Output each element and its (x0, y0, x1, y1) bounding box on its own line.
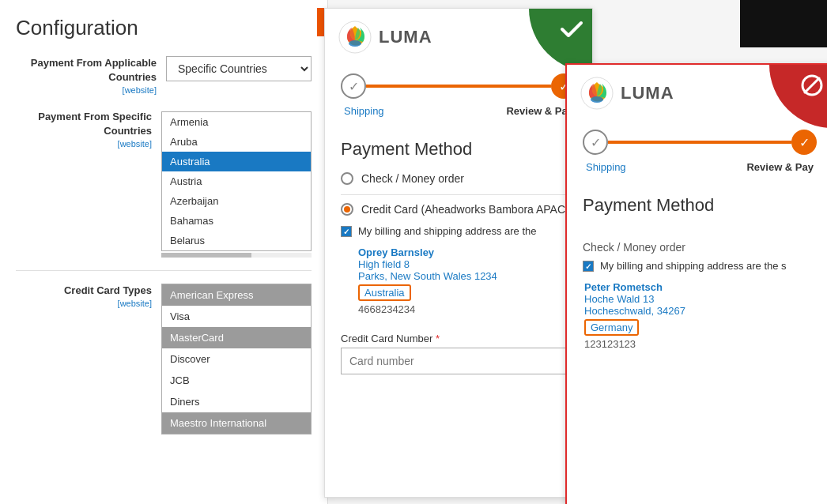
country-item-bahamas[interactable]: Bahamas (162, 211, 311, 231)
billing-checkbox-label-1: My billing and shipping address are the (358, 225, 536, 237)
payment-from-control: Specific Countries (166, 56, 312, 81)
cc-types-label: Credit Card Types [website] (16, 284, 161, 310)
country-item-australia[interactable]: Australia (162, 152, 311, 171)
credit-card-label-1: Credit Card (Aheadworks Bambora APAC) (361, 203, 569, 216)
payment-from-select[interactable]: Specific Countries (166, 56, 312, 81)
country-scrollbar-thumb (161, 253, 251, 258)
luma-logo-text-2: LUMA (621, 83, 674, 103)
payment-specific-label: Payment From Specific Countries [website… (16, 110, 161, 151)
address-name-1: Oprey Barnsley (358, 246, 576, 258)
progress-bar-2: ✓ ✓ Shipping Review & Pay (567, 122, 827, 186)
required-star-1: * (436, 333, 440, 344)
check-money-text-2: Check / Money order (567, 238, 827, 260)
svg-line-5 (805, 78, 819, 92)
luma-logo-1: LUMA (338, 20, 432, 55)
cc-types-control: American Express Visa MasterCard Discove… (161, 284, 312, 434)
payment-from-row: Payment From Applicable Countries [websi… (16, 56, 312, 97)
billing-checkbox-2[interactable] (583, 261, 594, 272)
payment-specific-control: Armenia Aruba Australia Austria Azerbaij… (161, 110, 312, 258)
payment-title-2: Payment Method (583, 195, 817, 216)
payment-section-2: Payment Method (567, 186, 827, 238)
billing-checkbox-1[interactable] (341, 226, 352, 237)
address-name-2: Peter Rometsch (584, 281, 827, 293)
luma-panel-1: LUMA ✓ ✓ Shipping Review & Pay Payment M… (324, 8, 593, 498)
cc-list[interactable]: American Express Visa MasterCard Discove… (161, 284, 312, 434)
check-money-option-1[interactable]: Check / Money order (341, 172, 576, 185)
address-line2-2: Hocheschwald, 34267 (584, 305, 827, 317)
payment-section-1: Payment Method Check / Money order Credi… (325, 130, 592, 333)
cc-item-jcb[interactable]: JCB (162, 370, 311, 391)
address-block-1: Oprey Barnsley High field 8 Parks, New S… (341, 246, 576, 315)
luma-badge-red (769, 65, 827, 128)
address-phone-2: 123123123 (584, 338, 827, 350)
cc-item-discover[interactable]: Discover (162, 348, 311, 370)
billing-checkbox-row-2: My billing and shipping address are the … (567, 260, 827, 272)
cc-item-visa[interactable]: Visa (162, 306, 311, 327)
progress-line-1 (366, 85, 551, 88)
green-check-icon (557, 15, 586, 43)
progress-label-shipping-2: Shipping (586, 161, 626, 173)
address-country-1: Australia (358, 284, 411, 301)
luma-header-1: LUMA (325, 9, 592, 66)
progress-track-1: ✓ ✓ (341, 73, 576, 99)
progress-labels-1: Shipping Review & Pay (341, 105, 576, 117)
luma-logo-icon-2 (580, 76, 614, 111)
progress-step-pay-2: ✓ (791, 130, 817, 155)
billing-checkbox-label-2: My billing and shipping address are the … (600, 260, 787, 272)
section-divider (16, 270, 312, 271)
cc-item-diners[interactable]: Diners (162, 391, 311, 412)
progress-label-pay-2: Review & Pay (746, 161, 814, 173)
progress-step-shipping-1: ✓ (341, 73, 366, 99)
address-country-2: Germany (584, 319, 639, 336)
black-bar (740, 0, 827, 47)
cc-input-section-1: Credit Card Number * (325, 333, 592, 387)
country-scrollbar[interactable] (161, 253, 312, 258)
address-line1-1: High field 8 (358, 258, 576, 270)
config-panel: Configuration Save Payment From Applicab… (0, 0, 328, 504)
country-item-austria[interactable]: Austria (162, 171, 311, 191)
svg-point-1 (349, 40, 361, 47)
svg-point-3 (591, 96, 603, 103)
payment-title-1: Payment Method (341, 139, 576, 160)
country-item-aruba[interactable]: Aruba (162, 132, 311, 152)
address-phone-1: 4668234234 (358, 303, 576, 315)
cc-number-label-1: Credit Card Number * (341, 333, 576, 344)
progress-line-2 (608, 141, 791, 144)
luma-panel-2: LUMA ✓ ✓ Shipping Review & Pay Payment M… (565, 63, 827, 504)
cc-number-input-1[interactable] (341, 348, 576, 374)
cc-item-amex[interactable]: American Express (162, 284, 311, 306)
luma-logo-text-1: LUMA (379, 27, 432, 47)
cc-item-maestro[interactable]: Maestro International (162, 412, 311, 434)
country-item-belarus[interactable]: Belarus (162, 231, 311, 250)
radio-check-money-1[interactable] (341, 172, 353, 185)
progress-label-pay-1: Review & Pay (506, 105, 573, 117)
payment-from-label: Payment From Applicable Countries [websi… (16, 56, 166, 97)
cc-item-mastercard[interactable]: MasterCard (162, 327, 311, 348)
progress-step-shipping-2: ✓ (583, 130, 608, 155)
radio-credit-card-1[interactable] (341, 203, 353, 216)
address-block-2: Peter Rometsch Hoche Wald 13 Hocheschwal… (567, 281, 827, 350)
payment-specific-row: Payment From Specific Countries [website… (16, 110, 312, 258)
luma-logo-2: LUMA (580, 76, 674, 111)
payment-divider-1 (341, 194, 576, 195)
credit-card-option-1[interactable]: Credit Card (Aheadworks Bambora APAC) (341, 203, 576, 216)
cc-types-row: Credit Card Types [website] American Exp… (16, 284, 312, 434)
address-line1-2: Hoche Wald 13 (584, 293, 827, 305)
billing-checkbox-row-1: My billing and shipping address are the (341, 225, 576, 237)
progress-label-shipping-1: Shipping (344, 105, 384, 117)
luma-header-2: LUMA (567, 65, 827, 122)
check-money-label-1: Check / Money order (361, 172, 464, 185)
country-list[interactable]: Armenia Aruba Australia Austria Azerbaij… (161, 111, 312, 251)
luma-logo-icon-1 (338, 20, 372, 55)
luma-badge-green (529, 9, 592, 72)
progress-labels-2: Shipping Review & Pay (583, 161, 817, 173)
red-no-icon (798, 71, 826, 100)
country-item-azerbaijan[interactable]: Azerbaijan (162, 191, 311, 211)
address-line2-1: Parks, New South Wales 1234 (358, 270, 576, 282)
country-item-armenia[interactable]: Armenia (162, 112, 311, 132)
progress-track-2: ✓ ✓ (583, 130, 817, 155)
config-title: Configuration (16, 16, 312, 40)
progress-bar-1: ✓ ✓ Shipping Review & Pay (325, 66, 592, 130)
